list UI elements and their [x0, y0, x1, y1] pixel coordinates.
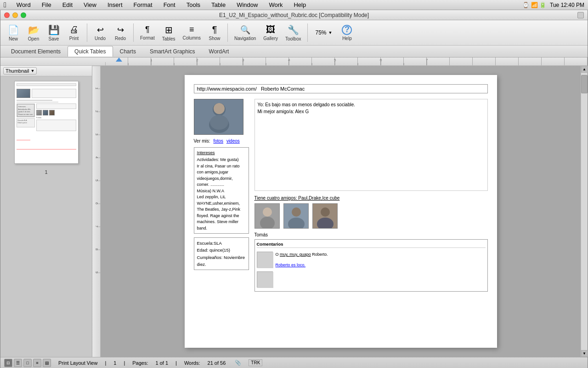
- fotos-link[interactable]: fotos: [213, 138, 223, 144]
- menu-view[interactable]: View: [81, 1, 99, 9]
- page-number-1: 1: [45, 169, 47, 175]
- toolbox-label: Toolbox: [285, 36, 301, 41]
- tables-icon: ⊞: [165, 24, 173, 35]
- comentario2-text: Roberto es loco.: [276, 262, 486, 268]
- close-button[interactable]: [4, 12, 10, 18]
- escuela-box: Escuela:SLA Edad: quince(15) Cumpleaños:…: [194, 237, 249, 270]
- main-area: Thumbnail ▼: [0, 66, 588, 357]
- menu-work[interactable]: Work: [266, 1, 285, 9]
- toolbar: 📄 New 📂 Open 💾 Save 🖨 Print ↩ Undo ↪ Red…: [0, 20, 588, 46]
- trk-label: TRK: [249, 359, 262, 366]
- zoom-control[interactable]: 75% ▼: [311, 28, 336, 37]
- new-button[interactable]: 📄 New: [4, 23, 23, 43]
- view-notebook[interactable]: ▤: [43, 359, 51, 367]
- minimize-button[interactable]: [12, 12, 18, 18]
- zoom-dropdown-arrow: ▼: [328, 30, 333, 35]
- scroll-thumb[interactable]: [581, 75, 588, 93]
- url-input[interactable]: [194, 84, 488, 93]
- svg-marker-22: [116, 58, 122, 62]
- vertical-ruler: 1 2 3 4 5 6 7 8 9: [92, 66, 101, 357]
- view-web[interactable]: ≡: [33, 359, 41, 367]
- view-draft[interactable]: □: [23, 359, 32, 367]
- toolbar-separator-4: [307, 23, 308, 42]
- svg-text:4: 4: [288, 58, 290, 62]
- escuela-header: Escuela:SLA: [197, 240, 246, 247]
- ruler-inner: 1 2 3 4 5 6 7: [105, 58, 588, 65]
- amigos-header: Tiene cuatro amigos: Paul,Drake,Ice cube: [254, 196, 488, 201]
- menu-window[interactable]: Window: [234, 1, 260, 9]
- document-area: Ver mis: fotos videos Intereses Activida…: [101, 66, 581, 357]
- save-button[interactable]: 💾 Save: [45, 23, 63, 43]
- svg-text:4: 4: [95, 156, 99, 159]
- tiene-amigos-text: Tiene cuatro amigos: Paul,Drake,Ice cube: [254, 196, 340, 201]
- menubar-time: Tue 12:40 PM: [550, 2, 584, 8]
- amigo-photo-1: [254, 203, 280, 229]
- maximize-button[interactable]: [21, 12, 26, 18]
- menu-word[interactable]: Word: [14, 1, 34, 9]
- menu-edit[interactable]: Edit: [60, 1, 75, 9]
- print-icon: 🖨: [69, 24, 79, 35]
- svg-text:8: 8: [95, 248, 99, 251]
- toolbar-separator-3: [227, 23, 228, 42]
- columns-icon: ≡: [189, 25, 194, 34]
- svg-rect-57: [257, 252, 273, 268]
- tab-wordart[interactable]: WordArt: [202, 46, 236, 57]
- svg-text:7: 7: [426, 58, 428, 62]
- print-label: Print: [69, 36, 79, 41]
- thumbnail-dropdown[interactable]: Thumbnail ▼: [3, 67, 37, 75]
- thumbnail-dropdown-arrow: ▼: [30, 69, 34, 73]
- navigation-button[interactable]: 🔍 Navigation: [232, 23, 259, 42]
- help-label: Help: [342, 36, 352, 41]
- format-icon: ¶: [145, 25, 150, 34]
- menubar-right: ⌚ 📶 🔋 Tue 12:40 PM: [522, 2, 584, 8]
- statusbar-sep-1: |: [105, 360, 106, 366]
- print-button[interactable]: 🖨 Print: [65, 23, 83, 42]
- view-print-layout[interactable]: ⊟: [4, 359, 12, 367]
- undo-button[interactable]: ↩ Undo: [91, 23, 109, 42]
- show-button[interactable]: ¶ Show: [205, 23, 224, 42]
- columns-label: Columns: [183, 35, 201, 40]
- left-column: Ver mis: fotos videos Intereses Activida…: [194, 99, 249, 292]
- intereses-header: Intereses: [197, 150, 246, 156]
- toolbox-button[interactable]: 🔧 Toolbox: [283, 23, 304, 43]
- view-label: Print Layout View: [58, 360, 97, 366]
- thumbnail-panel: Thumbnail ▼: [0, 66, 92, 357]
- thumbnail-label: Thumbnail: [6, 68, 29, 74]
- tab-quick-tables[interactable]: Quick Tables: [68, 46, 113, 57]
- menu-format[interactable]: Format: [131, 1, 155, 9]
- vertical-scrollbar[interactable]: ▲ ▼: [581, 66, 588, 357]
- format-button[interactable]: ¶ Format: [137, 23, 158, 42]
- profile-photo: [194, 99, 243, 135]
- menu-help[interactable]: Help: [291, 1, 309, 9]
- columns-button[interactable]: ≡ Columns: [180, 23, 204, 42]
- tab-smartart-graphics[interactable]: SmartArt Graphics: [143, 46, 202, 57]
- menu-tools[interactable]: Tools: [184, 1, 203, 9]
- tab-document-elements[interactable]: Document Elements: [4, 46, 68, 57]
- open-icon: 📂: [28, 24, 40, 35]
- videos-link[interactable]: videos: [226, 138, 240, 144]
- scroll-down-button[interactable]: ▼: [581, 350, 588, 357]
- redo-button[interactable]: ↪ Redo: [111, 23, 130, 42]
- apple-menu[interactable]: : [4, 1, 6, 9]
- svg-point-55: [321, 207, 330, 217]
- svg-text:3: 3: [242, 58, 244, 62]
- svg-text:7: 7: [95, 225, 99, 228]
- titlebar: E1_U2_Mi_Espacio_without_Rubric.doc [Com…: [0, 10, 588, 20]
- words-value: 21 of 56: [208, 360, 226, 366]
- scroll-track[interactable]: [581, 73, 588, 350]
- tables-button[interactable]: ⊞ Tables: [159, 23, 178, 43]
- menu-insert[interactable]: Insert: [105, 1, 125, 9]
- menu-table[interactable]: Table: [209, 1, 228, 9]
- toolbar-separator-2: [133, 23, 134, 42]
- intereses-box: Intereses Actividades: Me gusta) Ir al c…: [194, 147, 249, 234]
- scroll-up-button[interactable]: ▲: [581, 66, 588, 73]
- gallery-button[interactable]: 🖼 Gallery: [260, 23, 281, 42]
- menu-font[interactable]: Font: [161, 1, 178, 9]
- page-thumbnail-1[interactable]: InteresesActividades Megusta Ir al cinaP…: [14, 81, 79, 164]
- window-resize-button[interactable]: [577, 12, 584, 18]
- tab-charts[interactable]: Charts: [113, 46, 143, 57]
- help-button[interactable]: ? Help: [338, 23, 356, 42]
- view-outline[interactable]: ☰: [14, 359, 22, 367]
- menu-file[interactable]: File: [39, 1, 54, 9]
- open-button[interactable]: 📂 Open: [24, 23, 43, 43]
